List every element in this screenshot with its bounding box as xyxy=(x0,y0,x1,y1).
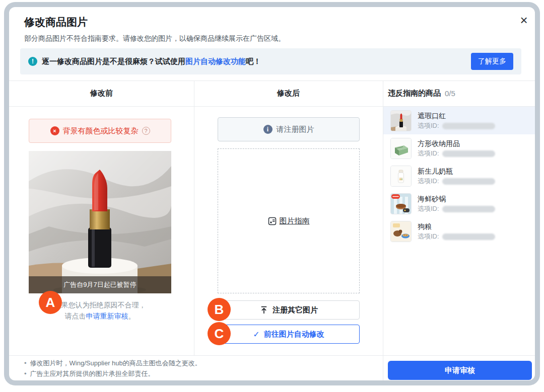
alert-icon: ! xyxy=(28,57,37,66)
product-name: 方形收纳用品 xyxy=(418,139,495,148)
product-info: 海鲜砂锅 选项ID: xyxy=(418,194,495,213)
blurred-id xyxy=(442,178,495,185)
footer-note-2-text: 广告主应对其所提供的图片承担全部责任。 xyxy=(30,370,155,377)
footer-note-2: •广告主应对其所提供的图片承担全部责任。 xyxy=(24,369,155,378)
register-image-hint: i 请注册图片 xyxy=(218,117,360,141)
product-info: 新生儿奶瓶 选项ID: xyxy=(418,167,495,185)
image-upload-dropzone[interactable]: 图片指南 xyxy=(218,148,360,293)
go-auto-fix-button[interactable]: ✓ 前往图片自动修改 xyxy=(218,325,360,344)
product-id-label: 选项ID: xyxy=(418,122,439,130)
product-row-bottle[interactable]: 新生儿奶瓶 选项ID: xyxy=(383,162,535,190)
product-image-before: 广告自9月7日起已被暂停 xyxy=(29,151,171,293)
learn-more-button[interactable]: 了解更多 xyxy=(471,53,513,70)
bullet-icon: • xyxy=(24,359,27,367)
product-name: 狗粮 xyxy=(418,222,495,231)
rejection-reason-box: × 背景有颜色或比较复杂 ? xyxy=(29,119,171,143)
guide-icon xyxy=(268,217,277,225)
close-icon[interactable]: × xyxy=(516,12,532,28)
product-thumbnail-lipstick xyxy=(390,110,412,131)
footer-note-1-text: 修改图片时，Wing/Supplier hub的商品主图也会随之更改。 xyxy=(30,359,201,367)
dialog-subtitle: 部分商品图片不符合指南要求。请修改您的图片，以确保商品继续展示在广告区域。 xyxy=(24,34,285,43)
column-header-violations: 违反指南的商品 0/5 xyxy=(388,81,455,106)
image-guide-link[interactable]: 图片指南 xyxy=(268,216,310,226)
lipstick-photo xyxy=(29,151,171,293)
page-title: 修改商品图片 xyxy=(24,15,88,29)
banner-text-after: 吧！ xyxy=(246,57,261,65)
column-header-before: 修改前 xyxy=(9,81,194,106)
banner-text: 逐一修改商品图片是不是很麻烦？试试使用图片自动修改功能吧！ xyxy=(42,57,261,66)
submit-review-button[interactable]: 申请审核 xyxy=(388,361,532,380)
product-row-storage[interactable]: 方形收纳用品 选项ID: xyxy=(383,134,535,162)
check-icon: ✓ xyxy=(253,330,259,339)
product-name: 新生儿奶瓶 xyxy=(418,167,495,176)
help-icon[interactable]: ? xyxy=(142,127,150,135)
annotation-badge-b: B xyxy=(208,298,231,321)
column-divider-1 xyxy=(194,81,194,355)
reapply-note-prefix: 请点击 xyxy=(65,312,86,320)
banner-text-before: 逐一修改商品图片是不是很麻烦？试试使用 xyxy=(42,57,185,65)
violations-title: 违反指南的商品 xyxy=(388,89,441,98)
upload-icon xyxy=(259,305,268,315)
product-id-label: 选项ID: xyxy=(418,177,439,185)
edit-product-image-modal: 修改商品图片 × 部分商品图片不符合指南要求。请修改您的图片，以确保商品继续展示… xyxy=(9,7,535,380)
blurred-id xyxy=(442,233,495,240)
bullet-icon: • xyxy=(24,370,27,377)
footer-divider xyxy=(9,355,535,356)
info-icon: i xyxy=(263,125,273,134)
column-header-after: 修改后 xyxy=(194,81,383,106)
annotation-badge-a: A xyxy=(39,291,62,314)
product-thumbnail-dogfood xyxy=(390,221,412,242)
register-hint-text: 请注册图片 xyxy=(277,125,314,134)
product-row-pot[interactable]: 海鲜砂锅 选项ID: xyxy=(383,190,535,217)
register-other-image-label: 注册其它图片 xyxy=(273,305,318,315)
reapply-review-link[interactable]: 申请重新审核 xyxy=(86,312,128,320)
register-other-image-button[interactable]: 注册其它图片 xyxy=(218,300,360,320)
product-info: 遮瑕口红 选项ID: xyxy=(418,111,495,130)
auto-fix-feature-link[interactable]: 图片自动修改功能 xyxy=(185,57,246,65)
reapply-note-suffix: 。 xyxy=(128,312,135,320)
product-name: 遮瑕口红 xyxy=(418,111,495,120)
product-id-label: 选项ID: xyxy=(418,205,439,213)
product-info: 方形收纳用品 选项ID: xyxy=(418,139,495,158)
annotation-badge-c: C xyxy=(208,322,231,345)
product-info: 狗粮 选项ID: xyxy=(418,222,495,241)
product-thumbnail-storage xyxy=(390,138,412,159)
footer-note-1: •修改图片时，Wing/Supplier hub的商品主图也会随之更改。 xyxy=(24,359,201,368)
product-row-lipstick[interactable]: 遮瑕口红 选项ID: xyxy=(383,107,535,134)
product-name: 海鲜砂锅 xyxy=(418,194,495,203)
blurred-id xyxy=(442,206,495,212)
go-auto-fix-label: 前往图片自动修改 xyxy=(264,330,324,339)
guide-link-label: 图片指南 xyxy=(280,216,310,226)
error-icon: × xyxy=(50,126,59,135)
violations-count: 0/5 xyxy=(445,89,455,98)
auto-fix-banner: ! 逐一修改商品图片是不是很麻烦？试试使用图片自动修改功能吧！ 了解更多 xyxy=(20,48,521,74)
blurred-id xyxy=(442,150,495,157)
blurred-id xyxy=(442,123,495,129)
product-thumbnail-bottle xyxy=(390,166,412,187)
product-thumbnail-pot xyxy=(390,193,412,214)
rejection-reason-label: 背景有颜色或比较复杂 xyxy=(63,126,139,136)
product-id-label: 选项ID: xyxy=(418,232,439,241)
product-row-dogfood[interactable]: 狗粮 选项ID: xyxy=(383,217,535,245)
product-id-label: 选项ID: xyxy=(418,149,439,158)
